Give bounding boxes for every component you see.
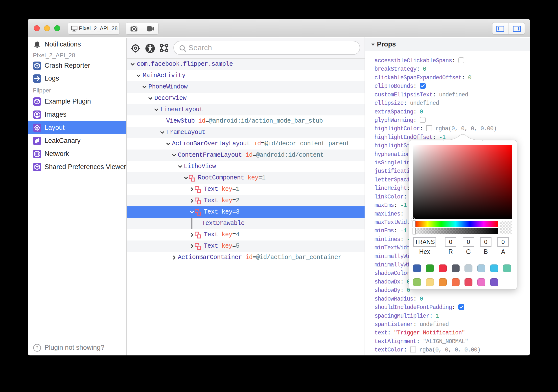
svg-text:?: ? xyxy=(36,345,39,350)
